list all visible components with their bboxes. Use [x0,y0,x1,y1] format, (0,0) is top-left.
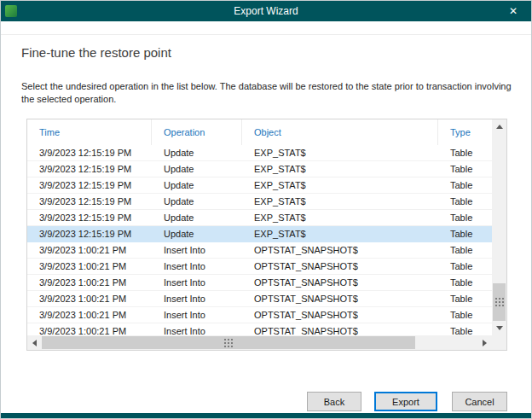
cell-time: 3/9/2023 1:00:21 PM [27,323,152,335]
cell-time: 3/9/2023 1:00:21 PM [27,259,152,274]
scrollbar-corner [492,335,506,350]
header-divider [1,34,531,35]
back-button[interactable]: Back [307,392,361,411]
scroll-down-button[interactable] [492,321,506,335]
cell-operation: Update [152,145,242,160]
cell-type: Table [438,145,492,160]
table-row[interactable]: 3/9/2023 12:15:19 PMUpdateEXP_STAT$Table [27,177,492,194]
export-wizard-dialog: Export Wizard ✕ Fine-tune the restore po… [0,0,532,419]
scroll-up-button[interactable] [492,119,506,134]
cell-object: OPTSTAT_SNAPSHOT$ [242,291,438,306]
cell-operation: Update [152,161,242,177]
cell-operation: Update [152,210,242,225]
horizontal-scrollbar[interactable] [27,335,492,350]
cell-object: OPTSTAT_SNAPSHOT$ [242,259,438,274]
cell-operation: Insert Into [152,307,242,323]
cell-operation: Update [152,226,242,242]
cell-time: 3/9/2023 1:00:21 PM [27,291,152,306]
cell-type: Table [438,323,492,335]
table-row[interactable]: 3/9/2023 12:15:19 PMUpdateEXP_STAT$Table [27,161,492,177]
cell-object: EXP_STAT$ [242,161,438,177]
cell-object: EXP_STAT$ [242,210,438,225]
cell-object: OPTSTAT_SNAPSHOT$ [242,323,438,335]
close-icon: ✕ [509,5,518,17]
cell-type: Table [438,259,492,274]
scroll-left-button[interactable] [27,335,42,350]
column-header-operation[interactable]: Operation [152,119,242,145]
cell-type: Table [438,291,492,306]
cell-type: Table [438,307,492,323]
cell-operation: Insert Into [152,259,242,274]
table-row[interactable]: 3/9/2023 1:00:21 PMInsert IntoOPTSTAT_SN… [27,291,492,307]
cell-object: EXP_STAT$ [242,145,438,160]
cell-type: Table [438,275,492,290]
cell-type: Table [438,161,492,177]
scroll-right-icon [483,340,487,346]
app-icon [5,5,17,17]
column-header-object[interactable]: Object [242,119,438,145]
cell-time: 3/9/2023 1:00:21 PM [27,307,152,323]
close-button[interactable]: ✕ [495,1,531,21]
table-row[interactable]: 3/9/2023 12:15:19 PMUpdateEXP_STAT$Table [27,210,492,226]
cell-type: Table [438,226,492,242]
cancel-button[interactable]: Cancel [452,392,507,411]
window-title: Export Wizard [1,1,531,21]
table-row[interactable]: 3/9/2023 12:15:19 PMUpdateEXP_STAT$Table [27,226,492,242]
horizontal-scrollbar-thumb[interactable] [42,336,415,349]
operations-table: Time Operation Object Type 3/9/2023 12:1… [26,119,507,351]
cell-operation: Insert Into [152,275,242,290]
vertical-scrollbar[interactable] [492,119,506,335]
table-row[interactable]: 3/9/2023 1:00:21 PMInsert IntoOPTSTAT_SN… [27,275,492,291]
cell-object: EXP_STAT$ [242,177,438,193]
cell-operation: Update [152,177,242,193]
grip-icon [495,298,504,306]
cell-type: Table [438,177,492,193]
table-row[interactable]: 3/9/2023 1:00:21 PMInsert IntoOPTSTAT_SN… [27,242,492,259]
cell-type: Table [438,194,492,209]
cell-operation: Insert Into [152,323,242,335]
cell-time: 3/9/2023 12:15:19 PM [27,194,152,209]
cell-time: 3/9/2023 12:15:19 PM [27,161,152,177]
cell-operation: Insert Into [152,242,242,258]
table-body: 3/9/2023 12:15:19 PMUpdateEXP_STAT$Table… [27,145,492,335]
table-row[interactable]: 3/9/2023 1:00:21 PMInsert IntoOPTSTAT_SN… [27,323,492,335]
page-description: Select the undesired operation in the li… [21,80,514,106]
cell-object: OPTSTAT_SNAPSHOT$ [242,242,438,258]
cell-object: EXP_STAT$ [242,194,438,209]
table-header: Time Operation Object Type [27,119,492,146]
cell-object: OPTSTAT_SNAPSHOT$ [242,307,438,323]
page-title: Fine-tune the restore point [21,45,171,60]
export-button[interactable]: Export [374,392,437,411]
scroll-up-icon [496,125,503,129]
cell-object: EXP_STAT$ [242,226,438,242]
column-header-time[interactable]: Time [27,119,152,145]
scroll-left-icon [32,340,37,346]
cell-time: 3/9/2023 12:15:19 PM [27,210,152,225]
scroll-down-icon [496,326,503,330]
column-header-type[interactable]: Type [438,119,492,145]
cell-time: 3/9/2023 12:15:19 PM [27,226,152,242]
cell-object: OPTSTAT_SNAPSHOT$ [242,275,438,290]
grip-icon [224,339,233,347]
cell-type: Table [438,242,492,258]
cell-operation: Insert Into [152,291,242,306]
cell-operation: Update [152,194,242,209]
cell-type: Table [438,210,492,225]
bottom-accent-strip [1,413,531,418]
table-row[interactable]: 3/9/2023 1:00:21 PMInsert IntoOPTSTAT_SN… [27,307,492,323]
cell-time: 3/9/2023 12:15:19 PM [27,177,152,193]
titlebar: Export Wizard ✕ [1,1,531,21]
cell-time: 3/9/2023 12:15:19 PM [27,145,152,160]
table-row[interactable]: 3/9/2023 12:15:19 PMUpdateEXP_STAT$Table [27,145,492,161]
table-row[interactable]: 3/9/2023 1:00:21 PMInsert IntoOPTSTAT_SN… [27,259,492,275]
vertical-scrollbar-thumb[interactable] [493,283,506,321]
cell-time: 3/9/2023 1:00:21 PM [27,275,152,290]
scroll-right-button[interactable] [477,335,492,350]
cell-time: 3/9/2023 1:00:21 PM [27,242,152,258]
table-row[interactable]: 3/9/2023 12:15:19 PMUpdateEXP_STAT$Table [27,194,492,210]
